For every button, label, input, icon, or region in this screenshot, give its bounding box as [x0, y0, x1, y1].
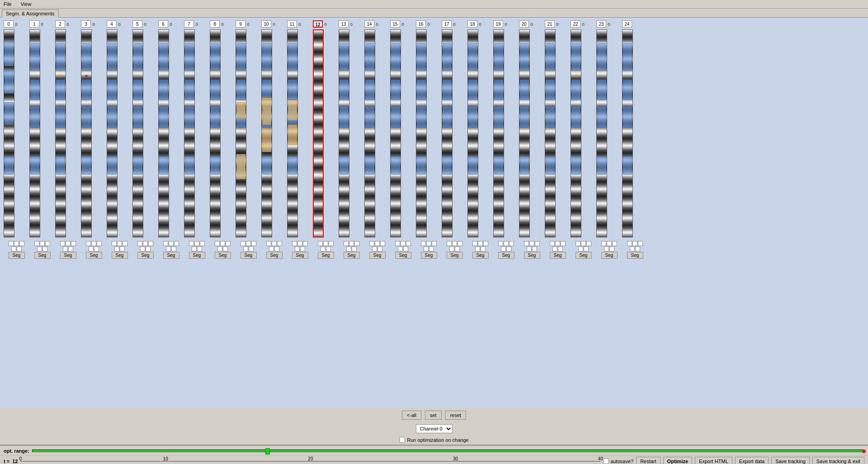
seg-button-22[interactable]: Seg [576, 252, 592, 259]
seg-cb-16-0[interactable] [421, 241, 426, 246]
col-o-15[interactable]: o [400, 22, 406, 27]
seg-cb-15-2[interactable] [406, 241, 411, 246]
seg-cb-4-2[interactable] [123, 241, 127, 246]
seg-cb-20-0[interactable] [524, 241, 529, 246]
col-o-2[interactable]: o [65, 22, 71, 27]
seg-cb2-21-0[interactable] [552, 246, 557, 251]
autosave-checkbox[interactable] [603, 458, 609, 464]
seg-cb-15-0[interactable] [395, 241, 400, 246]
seg-cb2-24-1[interactable] [635, 246, 640, 251]
seg-cb-4-0[interactable] [112, 241, 117, 246]
seg-cb-17-0[interactable] [447, 241, 452, 246]
seg-cb-15-1[interactable] [401, 241, 406, 246]
seg-cb-23-1[interactable] [607, 241, 612, 246]
seg-cb2-11-0[interactable] [295, 246, 300, 251]
col-o-3[interactable]: o [91, 22, 96, 27]
seg-cb-8-0[interactable] [215, 241, 220, 246]
seg-cb2-23-1[interactable] [609, 246, 614, 251]
seg-cb-16-2[interactable] [432, 241, 437, 246]
seg-cb2-22-0[interactable] [578, 246, 583, 251]
seg-cb-3-1[interactable] [91, 241, 96, 246]
seg-cb-17-1[interactable] [452, 241, 457, 246]
col-num-15[interactable]: 15 [390, 20, 400, 28]
seg-cb-21-2[interactable] [561, 241, 566, 246]
seg-cb2-0-1[interactable] [17, 246, 22, 251]
col-o-1[interactable]: o [39, 22, 45, 27]
seg-cb-23-0[interactable] [601, 241, 606, 246]
back-all-button[interactable]: <-all [402, 411, 421, 420]
col-o-10[interactable]: o [271, 22, 277, 27]
seg-cb-10-1[interactable] [272, 241, 277, 246]
seg-cb-7-0[interactable] [189, 241, 194, 246]
col-o-8[interactable]: o [220, 22, 225, 27]
seg-cb-3-0[interactable] [86, 241, 91, 246]
seg-cb-6-2[interactable] [174, 241, 179, 246]
reset-button[interactable]: reset [445, 411, 466, 420]
col-o-7[interactable]: o [194, 22, 199, 27]
seg-cb-5-2[interactable] [148, 241, 153, 246]
seg-button-12[interactable]: Seg [318, 252, 334, 259]
seg-button-13[interactable]: Seg [344, 252, 360, 259]
seg-cb2-8-1[interactable] [223, 246, 228, 251]
seg-cb-13-2[interactable] [354, 241, 359, 246]
seg-button-7[interactable]: Seg [189, 252, 205, 259]
menu-file[interactable]: File [2, 1, 14, 7]
seg-cb2-8-0[interactable] [217, 246, 222, 251]
seg-cb-2-1[interactable] [66, 241, 71, 246]
seg-cb-17-2[interactable] [458, 241, 462, 246]
seg-cb2-12-1[interactable] [326, 246, 331, 251]
seg-button-4[interactable]: Seg [112, 252, 128, 259]
set-button[interactable]: set [425, 411, 442, 420]
channel-select[interactable]: Channel 0Channel 1Channel 2 [416, 424, 453, 433]
col-num-4[interactable]: 4 [107, 20, 117, 28]
col-o-11[interactable]: o [297, 22, 302, 27]
seg-cb-8-1[interactable] [220, 241, 225, 246]
seg-cb2-16-0[interactable] [424, 246, 429, 251]
seg-button-14[interactable]: Seg [369, 252, 386, 259]
seg-cb2-15-1[interactable] [403, 246, 408, 251]
col-num-10[interactable]: 10 [261, 20, 271, 28]
seg-cb2-9-0[interactable] [243, 246, 248, 251]
seg-cb2-10-0[interactable] [269, 246, 274, 251]
seg-cb-22-2[interactable] [586, 241, 591, 246]
col-num-22[interactable]: 22 [571, 20, 580, 28]
seg-cb-10-0[interactable] [266, 241, 271, 246]
col-num-2[interactable]: 2 [55, 20, 65, 28]
seg-cb-16-1[interactable] [426, 241, 431, 246]
seg-cb-22-1[interactable] [581, 241, 586, 246]
seg-button-8[interactable]: Seg [215, 252, 231, 259]
col-o-19[interactable]: o [503, 22, 509, 27]
seg-button-17[interactable]: Seg [447, 252, 463, 259]
col-o-16[interactable]: o [426, 22, 431, 27]
seg-cb2-5-1[interactable] [146, 246, 151, 251]
seg-button-21[interactable]: Seg [550, 252, 566, 259]
seg-cb-4-1[interactable] [117, 241, 122, 246]
menu-view[interactable]: View [19, 1, 33, 7]
range-thumb[interactable] [265, 448, 270, 455]
seg-cb2-10-1[interactable] [274, 246, 279, 251]
seg-cb-18-1[interactable] [478, 241, 483, 246]
seg-cb-1-2[interactable] [45, 241, 50, 246]
col-o-13[interactable]: o [349, 22, 354, 27]
seg-cb2-4-0[interactable] [114, 246, 119, 251]
seg-button-5[interactable]: Seg [137, 252, 154, 259]
col-o-18[interactable]: o [477, 22, 483, 27]
col-num-12[interactable]: 12 [313, 20, 323, 28]
col-num-18[interactable]: 18 [467, 20, 477, 28]
col-o-6[interactable]: o [168, 22, 174, 27]
optimize-button[interactable]: Optimize [663, 457, 692, 464]
seg-cb-3-2[interactable] [97, 241, 102, 246]
seg-cb2-21-1[interactable] [558, 246, 563, 251]
export-data-button[interactable]: Export data [735, 457, 769, 464]
seg-button-0[interactable]: Seg [9, 252, 25, 259]
seg-cb-8-2[interactable] [226, 241, 231, 246]
seg-cb2-19-0[interactable] [501, 246, 506, 251]
col-o-9[interactable]: o [245, 22, 251, 27]
col-num-16[interactable]: 16 [416, 20, 426, 28]
seg-cb-2-0[interactable] [60, 241, 65, 246]
seg-cb2-19-1[interactable] [506, 246, 511, 251]
seg-cb-9-0[interactable] [241, 241, 245, 246]
col-num-8[interactable]: 8 [210, 20, 220, 28]
seg-cb-6-1[interactable] [169, 241, 174, 246]
seg-cb2-6-0[interactable] [166, 246, 171, 251]
